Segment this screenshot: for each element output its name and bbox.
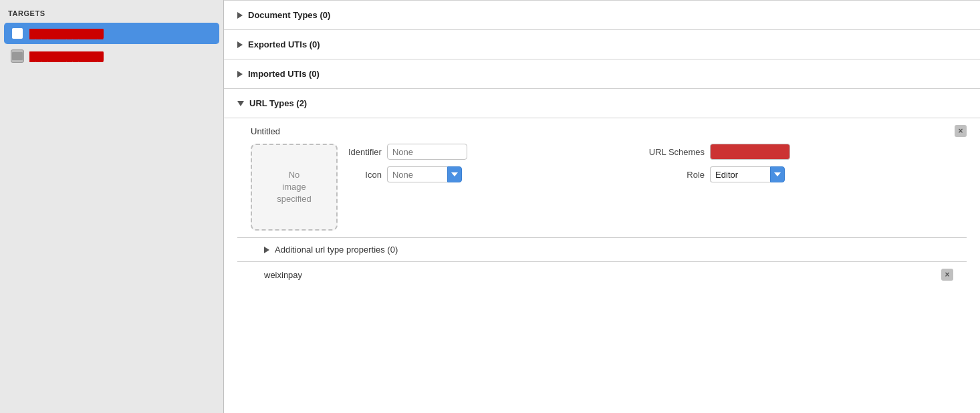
url-schemes-label: URL Schemes (649, 147, 705, 157)
icon-select-input[interactable] (387, 166, 447, 182)
app-target-icon (11, 27, 24, 40)
sidebar-item-app[interactable]: ████████████ (4, 23, 219, 44)
exported-utis-section[interactable]: Exported UTIs (0) (224, 30, 980, 59)
icon-dropdown-button[interactable] (447, 166, 462, 182)
url-types-expand-icon (237, 101, 244, 106)
no-image-text: Noimagespecified (277, 169, 311, 206)
identifier-label: Identifier (348, 147, 382, 157)
tests-target-icon (11, 49, 24, 63)
url-type-close-button-untitled[interactable]: × (955, 125, 967, 137)
role-dropdown-button[interactable] (770, 166, 785, 182)
icon-select-wrap (387, 166, 644, 182)
url-type-name-untitled: Untitled (237, 126, 280, 136)
url-types-title: URL Types (2) (249, 98, 307, 108)
no-image-box: Noimagespecified (251, 144, 338, 231)
identifier-input[interactable] (387, 144, 467, 160)
url-type-body-untitled: Noimagespecified Identifier URL Schemes … (237, 144, 967, 231)
chevron-down-icon (451, 172, 458, 176)
imported-utis-title: Imported UTIs (0) (248, 69, 320, 79)
additional-props-collapse-icon (264, 247, 269, 253)
role-chevron-down-icon (774, 172, 781, 176)
additional-props-section[interactable]: Additional url type properties (0) (237, 238, 967, 262)
targets-label: TARGETS (0, 5, 223, 21)
url-type-fields: Identifier URL Schemes Icon (348, 144, 967, 182)
url-type-header-untitled: Untitled × (237, 125, 967, 137)
additional-props-title: Additional url type properties (0) (275, 245, 398, 255)
exported-utis-title: Exported UTIs (0) (248, 39, 320, 49)
document-types-title: Document Types (0) (248, 10, 330, 20)
imported-utis-section[interactable]: Imported UTIs (0) (224, 59, 980, 89)
imported-utis-collapse-icon (237, 71, 243, 78)
url-schemes-input[interactable] (710, 144, 790, 160)
document-types-collapse-icon (237, 12, 243, 19)
sidebar-item-tests[interactable]: ████████████ (4, 45, 219, 67)
url-types-content: Untitled × Noimagespecified Identifier U… (224, 118, 980, 287)
document-types-section[interactable]: Document Types (0) (224, 0, 980, 30)
url-types-section[interactable]: URL Types (2) (224, 89, 980, 118)
url-type-entry-untitled: Untitled × Noimagespecified Identifier U… (237, 118, 967, 238)
sidebar-item-tests-label: ████████████ (29, 51, 213, 61)
weixinpay-name: weixinpay (251, 270, 302, 280)
role-select-input[interactable] (710, 166, 770, 182)
sidebar-item-app-label: ████████████ (29, 29, 213, 39)
role-select-wrap (710, 166, 967, 182)
exported-utis-collapse-icon (237, 41, 243, 48)
role-label: Role (649, 170, 705, 180)
icon-label: Icon (348, 170, 382, 180)
main-content: Document Types (0) Exported UTIs (0) Imp… (224, 0, 980, 413)
weixinpay-close-button[interactable]: × (941, 269, 953, 281)
sidebar: TARGETS ████████████ ████████████ (0, 0, 224, 413)
weixinpay-row: weixinpay × (237, 262, 967, 287)
